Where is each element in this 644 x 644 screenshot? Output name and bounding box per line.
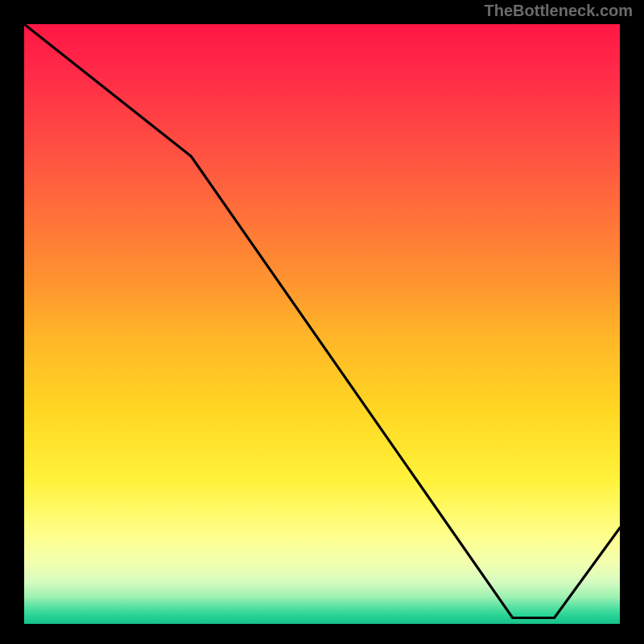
- chart-container: TheBottleneck.com: [0, 0, 644, 644]
- plot-area: [24, 24, 620, 624]
- attribution-text: TheBottleneck.com: [485, 2, 633, 20]
- curve-path: [24, 24, 620, 618]
- bottleneck-curve-line: [24, 24, 620, 624]
- plot-frame: [24, 24, 620, 624]
